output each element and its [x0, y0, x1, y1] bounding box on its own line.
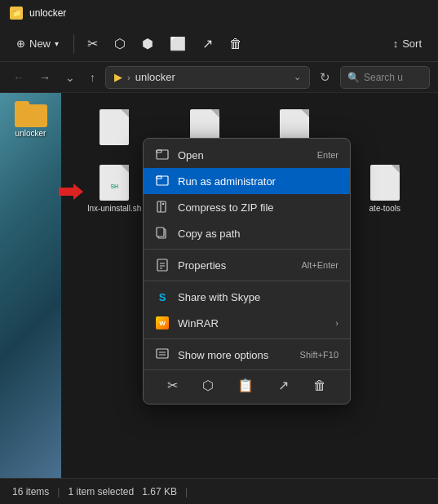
ctx-properties[interactable]: Properties Alt+Enter	[144, 252, 350, 278]
file-label: lnx-uninstall.sh	[87, 204, 141, 213]
status-size: 1.67 KB	[142, 486, 177, 497]
ctx-copy-path[interactable]: Copy as path	[144, 220, 350, 246]
ctx-copy-path-icon	[155, 226, 170, 241]
delete-icon: 🗑	[229, 37, 242, 51]
ctx-compress-label: Compress to ZIP file	[178, 201, 338, 214]
delete-button[interactable]: 🗑	[223, 33, 249, 55]
desktop-folder[interactable]: unlocker	[15, 101, 47, 138]
ctx-divider-3	[144, 338, 350, 339]
address-bar: ← → ⌄ ↑ ▶ › unlocker ⌄ ↻ 🔍 Search u	[0, 62, 438, 93]
folder-back	[15, 104, 47, 127]
ctx-more-options-label: Show more options	[178, 349, 292, 361]
svg-marker-0	[59, 183, 83, 200]
new-label: New	[29, 38, 51, 50]
ctx-copy-path-label: Copy as path	[178, 228, 338, 240]
left-panel: unlocker	[0, 93, 61, 478]
ctx-winrar[interactable]: W WinRAR ›	[144, 310, 350, 336]
ctx-winrar-arrow: ›	[335, 318, 338, 328]
folder-label: unlocker	[15, 129, 46, 138]
sort-button[interactable]: ↕ Sort	[385, 33, 430, 54]
status-selected: 1 item selected	[68, 486, 134, 497]
address-path[interactable]: ▶ › unlocker ⌄	[105, 66, 310, 89]
svg-rect-7	[162, 203, 164, 205]
up-button[interactable]: ↑	[85, 68, 100, 87]
ctx-properties-label: Properties	[178, 259, 293, 272]
ctx-divider-1	[144, 249, 350, 250]
svg-rect-3	[157, 176, 168, 185]
red-arrow	[59, 183, 83, 203]
ctx-copy-icon[interactable]: ⬡	[197, 375, 219, 396]
refresh-button[interactable]: ↻	[315, 67, 335, 88]
share-button[interactable]: ↗	[196, 32, 219, 55]
file-ate-tools[interactable]: ate-tools	[344, 161, 427, 225]
context-menu: Open Enter Run as administrator Compress…	[143, 138, 351, 405]
ctx-properties-shortcut: Alt+Enter	[301, 260, 338, 270]
paste-icon: ⬢	[142, 36, 153, 51]
svg-rect-9	[157, 228, 164, 237]
forward-button[interactable]: →	[34, 68, 55, 87]
ctx-delete-icon[interactable]: 🗑	[308, 376, 331, 396]
sort-label: Sort	[402, 38, 422, 50]
ctx-bottom-toolbar: ✂ ⬡ 📋 ↗ 🗑	[144, 369, 350, 400]
ctx-open-icon	[155, 148, 170, 162]
paste-button[interactable]: ⬢	[135, 32, 160, 55]
path-folder-name: unlocker	[135, 71, 175, 83]
ctx-properties-icon	[155, 258, 170, 272]
doc-icon	[100, 109, 129, 145]
path-dropdown-arrow: ⌄	[294, 72, 301, 82]
rename-button[interactable]: ⬜	[163, 32, 192, 55]
ctx-more-options-icon	[155, 347, 170, 362]
title-bar: 📁 unlocker	[0, 0, 438, 26]
ctx-winrar-label: WinRAR	[178, 317, 327, 329]
toolbar: ⊕ New ▾ ✂ ⬡ ⬢ ⬜ ↗ 🗑 ↕ Sort	[0, 26, 438, 62]
ctx-divider-2	[144, 281, 350, 281]
svg-rect-5	[157, 201, 166, 212]
main-area: unlocker SH	[0, 93, 438, 478]
ctx-share-icon[interactable]: ↗	[273, 375, 294, 396]
back-button[interactable]: ←	[8, 68, 29, 87]
file-label: ate-tools	[369, 204, 400, 213]
ctx-winrar-icon: W	[155, 316, 170, 330]
ctx-paste-icon[interactable]: 📋	[232, 375, 259, 396]
ctx-skype-icon: S	[155, 290, 170, 304]
ctx-more-options-shortcut: Shift+F10	[300, 350, 338, 360]
svg-rect-10	[157, 259, 167, 271]
new-button[interactable]: ⊕ New ▾	[8, 33, 67, 54]
toolbar-divider-1	[73, 34, 74, 54]
rename-icon: ⬜	[170, 36, 186, 51]
folder-icon	[15, 101, 47, 127]
sort-icon: ↕	[393, 38, 399, 50]
svg-rect-2	[157, 150, 161, 153]
ctx-more-options[interactable]: Show more options Shift+F10	[144, 342, 350, 368]
copy-button[interactable]: ⬡	[108, 32, 132, 55]
new-icon: ⊕	[16, 38, 25, 50]
path-folder-icon: ▶	[114, 71, 122, 83]
path-chevron: ›	[127, 73, 131, 82]
search-icon: 🔍	[347, 72, 360, 83]
title-bar-title: unlocker	[29, 7, 66, 19]
dropdown-button[interactable]: ⌄	[60, 68, 80, 87]
cut-button[interactable]: ✂	[81, 32, 104, 55]
copy-icon: ⬡	[114, 36, 126, 51]
new-chevron: ▾	[55, 39, 59, 48]
ctx-compress[interactable]: Compress to ZIP file	[144, 194, 350, 220]
ctx-compress-icon	[155, 200, 170, 214]
cut-icon: ✂	[87, 36, 98, 51]
ctx-skype-label: Share with Skype	[178, 291, 338, 303]
status-bar: 16 items | 1 item selected 1.67 KB |	[0, 478, 438, 504]
doc-icon: SH	[100, 165, 129, 201]
ctx-skype[interactable]: S Share with Skype	[144, 284, 350, 310]
doc-icon	[370, 165, 400, 201]
svg-rect-1	[157, 150, 168, 159]
search-box[interactable]: 🔍 Search u	[340, 66, 430, 89]
svg-rect-4	[157, 176, 161, 179]
ctx-run-admin[interactable]: Run as administrator	[144, 168, 350, 194]
share-icon: ↗	[202, 36, 213, 51]
ctx-run-admin-icon	[155, 174, 170, 188]
ctx-open[interactable]: Open Enter	[144, 142, 350, 168]
title-bar-icon: 📁	[10, 7, 23, 20]
ctx-cut-icon[interactable]: ✂	[162, 375, 183, 396]
ctx-open-shortcut: Enter	[317, 150, 338, 160]
ctx-open-label: Open	[178, 149, 309, 161]
status-item-count: 16 items	[12, 486, 49, 497]
